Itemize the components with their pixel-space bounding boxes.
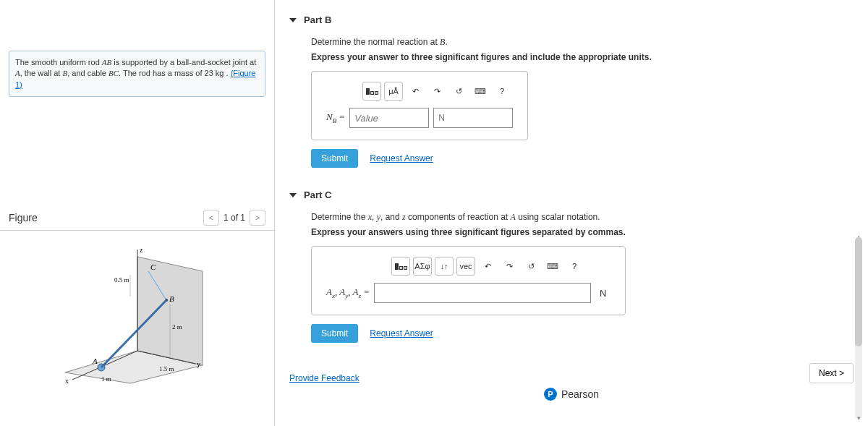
svg-text:C: C [150, 263, 156, 271]
svg-text:A: A [92, 357, 98, 365]
figure-next-button[interactable]: > [250, 210, 265, 226]
part-b-value-input[interactable] [349, 108, 429, 128]
part-b-submit-button[interactable]: Submit [311, 149, 358, 168]
part-c-value-input[interactable] [374, 283, 591, 303]
problem-statement: The smooth uniform rod AB is supported b… [9, 51, 265, 97]
part-b-header[interactable]: Part B [289, 7, 854, 33]
vec-button[interactable]: vec [456, 257, 475, 276]
redo-button[interactable]: ↷ [427, 82, 446, 101]
part-c-request-answer-link[interactable]: Request Answer [370, 328, 433, 338]
figure-diagram: z y x A B C [0, 231, 274, 399]
part-c-variable: Ax, Ay, Az = [326, 286, 370, 299]
help-button[interactable]: ? [565, 257, 584, 276]
svg-text:0.5 m: 0.5 m [114, 276, 129, 284]
provide-feedback-link[interactable]: Provide Feedback [289, 373, 359, 383]
reset-button[interactable]: ↺ [449, 82, 468, 101]
templates-button[interactable] [362, 82, 381, 101]
updown-button[interactable]: ↓↑ [435, 257, 454, 276]
part-c-answer-box: ΑΣφ ↓↑ vec ↶ ↷ ↺ ⌨ ? Ax, Ay, Az = N [311, 246, 626, 315]
collapse-icon [289, 193, 297, 197]
part-c-prompt: Determine the x, y, and z components of … [311, 212, 854, 223]
svg-text:x: x [65, 377, 69, 385]
reset-button[interactable]: ↺ [522, 257, 540, 276]
part-c-instructions: Express your answers using three signifi… [311, 227, 854, 237]
templates-button[interactable] [391, 257, 410, 276]
svg-text:2 m: 2 m [172, 323, 182, 331]
svg-text:B: B [169, 294, 174, 303]
part-c-header[interactable]: Part C [289, 182, 854, 208]
svg-text:z: z [140, 246, 143, 254]
keyboard-button[interactable]: ⌨ [471, 82, 490, 101]
units-button[interactable]: μÅ [384, 82, 403, 101]
part-b-variable: NB = [326, 111, 345, 124]
figure-prev-button[interactable]: < [203, 210, 219, 226]
redo-button[interactable]: ↷ [500, 257, 519, 276]
brand-footer: P Pearson [289, 388, 854, 401]
part-c-submit-button[interactable]: Submit [311, 324, 358, 343]
undo-button[interactable]: ↶ [406, 82, 425, 101]
part-b-request-answer-link[interactable]: Request Answer [370, 153, 433, 163]
part-b-prompt: Determine the normal reaction at B. [311, 37, 854, 48]
part-b-instructions: Express your answer to three significant… [311, 52, 854, 62]
part-c-units: N [595, 288, 610, 299]
svg-text:1 m: 1 m [101, 375, 111, 383]
figure-counter: 1 of 1 [224, 213, 245, 223]
pearson-logo-icon: P [544, 388, 557, 401]
collapse-icon [289, 18, 297, 22]
figure-title: Figure [9, 212, 38, 223]
undo-button[interactable]: ↶ [478, 257, 497, 276]
svg-text:1.5 m: 1.5 m [159, 365, 174, 372]
keyboard-button[interactable]: ⌨ [543, 257, 562, 276]
svg-text:y: y [197, 360, 200, 368]
part-b-answer-box: μÅ ↶ ↷ ↺ ⌨ ? NB = [311, 71, 528, 140]
symbols-button[interactable]: ΑΣφ [413, 257, 432, 276]
help-button[interactable]: ? [493, 82, 511, 101]
part-b-units-input[interactable] [433, 108, 513, 128]
next-button[interactable]: Next > [809, 363, 854, 383]
